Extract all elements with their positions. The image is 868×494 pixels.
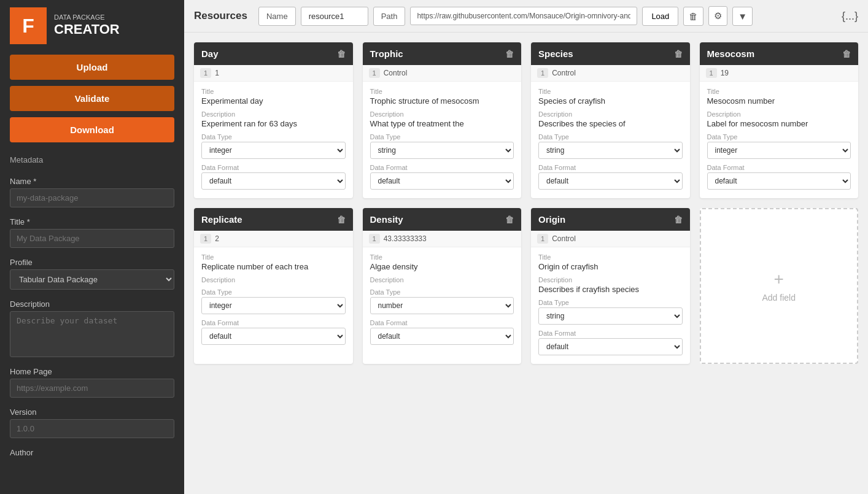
datatype-label-density: Data Type bbox=[370, 288, 514, 296]
download-button[interactable]: Download bbox=[10, 117, 174, 142]
datatype-select-wrap-density: integerstringnumberbooleandatetimedateti… bbox=[370, 297, 514, 314]
add-field-plus-icon: + bbox=[774, 269, 784, 289]
field-card-mesocosm: Mesocosm 🗑 1 19 Title Mesocosm number De… bbox=[700, 42, 859, 198]
datatype-select-density[interactable]: integerstringnumberbooleandatetimedateti… bbox=[370, 297, 514, 314]
field-name-density: Density bbox=[370, 214, 403, 225]
datatype-select-origin[interactable]: integerstringnumberbooleandatetimedateti… bbox=[538, 307, 683, 325]
datatype-select-species[interactable]: integerstringnumberbooleandatetimedateti… bbox=[538, 142, 683, 159]
field-name-mesocosm: Mesocosm bbox=[707, 48, 755, 59]
homepage-label: Home Page bbox=[0, 367, 184, 376]
title-label-density: Title bbox=[370, 253, 514, 261]
preview-val-species: Control bbox=[552, 69, 576, 77]
field-name-origin: Origin bbox=[538, 214, 565, 225]
datatype-select-day[interactable]: integerstringnumberbooleandatetimedateti… bbox=[201, 142, 346, 159]
datatype-select-mesocosm[interactable]: integerstringnumberbooleandatetimedateti… bbox=[707, 142, 851, 159]
title-label-mesocosm: Title bbox=[707, 88, 851, 95]
resource-name-input[interactable] bbox=[301, 7, 368, 26]
title-label: Title * bbox=[0, 217, 184, 226]
delete-field-origin-button[interactable]: 🗑 bbox=[674, 215, 683, 225]
dataformat-select-replicate[interactable]: default bbox=[201, 328, 346, 345]
desc-label-origin: Description bbox=[538, 276, 683, 284]
sidebar: F DATA PACKAGE CREATOR Upload Validate D… bbox=[0, 0, 184, 494]
dataformat-select-trophic[interactable]: default bbox=[370, 172, 514, 190]
title-label-replicate: Title bbox=[201, 253, 346, 261]
datatype-select-wrap-mesocosm: integerstringnumberbooleandatetimedateti… bbox=[707, 142, 851, 159]
delete-field-day-button[interactable]: 🗑 bbox=[337, 49, 346, 59]
delete-field-replicate-button[interactable]: 🗑 bbox=[337, 215, 346, 225]
desc-value-origin: Describes if crayfish species bbox=[538, 285, 683, 294]
field-card-replicate: Replicate 🗑 1 2 Title Replicate number o… bbox=[194, 208, 353, 364]
logo-bottom: CREATOR bbox=[54, 21, 120, 37]
delete-field-mesocosm-button[interactable]: 🗑 bbox=[842, 49, 851, 59]
dataformat-select-day[interactable]: default bbox=[201, 172, 346, 190]
add-field-label: Add field bbox=[762, 293, 796, 303]
field-header-origin: Origin 🗑 bbox=[531, 208, 690, 231]
field-preview-origin: 1 Control bbox=[531, 231, 690, 247]
field-card-origin: Origin 🗑 1 Control Title Origin of crayf… bbox=[531, 208, 690, 364]
profile-select[interactable]: Tabular Data Package bbox=[10, 269, 174, 290]
dataformat-select-mesocosm[interactable]: default bbox=[707, 172, 851, 190]
desc-value-trophic: What type of treatment the bbox=[370, 119, 514, 128]
collapse-button[interactable]: ▼ bbox=[732, 7, 753, 26]
description-textarea[interactable] bbox=[10, 311, 174, 357]
field-body-day: Title Experimental day Description Exper… bbox=[194, 82, 353, 198]
main-area: Resources Name Path Load 🗑 ⚙ ▼ {...} Day… bbox=[184, 0, 868, 494]
delete-field-trophic-button[interactable]: 🗑 bbox=[505, 49, 514, 59]
field-body-species: Title Species of crayfish Description De… bbox=[531, 82, 690, 198]
delete-field-density-button[interactable]: 🗑 bbox=[505, 215, 514, 225]
delete-resource-button[interactable]: 🗑 bbox=[683, 7, 703, 26]
dataformat-select-species[interactable]: default bbox=[538, 172, 683, 190]
desc-label-mesocosm: Description bbox=[707, 110, 851, 118]
datatype-select-replicate[interactable]: integerstringnumberbooleandatetimedateti… bbox=[201, 297, 346, 314]
dataformat-label-species: Data Format bbox=[538, 164, 683, 171]
version-label: Version bbox=[0, 407, 184, 417]
dataformat-label-density: Data Format bbox=[370, 319, 514, 326]
desc-value-mesocosm: Label for mesocosm number bbox=[707, 119, 851, 128]
title-value-day: Experimental day bbox=[201, 96, 346, 106]
field-name-replicate: Replicate bbox=[201, 214, 242, 225]
field-body-replicate: Title Replicate number of each trea Desc… bbox=[194, 247, 353, 353]
field-card-density: Density 🗑 1 43.33333333 Title Algae dens… bbox=[363, 208, 522, 364]
field-preview-density: 1 43.33333333 bbox=[363, 231, 522, 247]
field-header-density: Density 🗑 bbox=[363, 208, 522, 231]
dataformat-select-density[interactable]: default bbox=[370, 328, 514, 345]
preview-num-replicate: 1 bbox=[200, 234, 211, 244]
settings-button[interactable]: ⚙ bbox=[708, 6, 727, 26]
field-body-trophic: Title Trophic structure of mesocosm Desc… bbox=[363, 82, 522, 198]
validate-button[interactable]: Validate bbox=[10, 86, 174, 111]
field-preview-trophic: 1 Control bbox=[363, 65, 522, 82]
load-button[interactable]: Load bbox=[642, 7, 678, 26]
upload-button[interactable]: Upload bbox=[10, 55, 174, 80]
datatype-label-replicate: Data Type bbox=[201, 288, 346, 296]
datatype-select-wrap-origin: integerstringnumberbooleandatetimedateti… bbox=[538, 307, 683, 325]
dataformat-select-wrap-trophic: default bbox=[370, 172, 514, 190]
desc-label-species: Description bbox=[538, 110, 683, 118]
field-preview-species: 1 Control bbox=[531, 65, 690, 82]
title-label-origin: Title bbox=[538, 253, 683, 261]
delete-field-species-button[interactable]: 🗑 bbox=[674, 49, 683, 59]
add-field-button[interactable]: + Add field bbox=[700, 208, 859, 364]
preview-val-replicate: 2 bbox=[215, 234, 219, 243]
datatype-label-day: Data Type bbox=[201, 133, 346, 141]
preview-num-species: 1 bbox=[537, 68, 548, 78]
name-input[interactable] bbox=[10, 188, 174, 207]
homepage-input[interactable] bbox=[10, 379, 174, 398]
profile-select-wrap: Tabular Data Package bbox=[10, 269, 174, 290]
dataformat-select-wrap-day: default bbox=[201, 172, 346, 190]
logo-text: DATA PACKAGE CREATOR bbox=[54, 14, 120, 38]
version-input[interactable] bbox=[10, 419, 174, 438]
datatype-select-trophic[interactable]: integerstringnumberbooleandatetimedateti… bbox=[370, 142, 514, 159]
field-body-origin: Title Origin of crayfish Description Des… bbox=[531, 247, 690, 364]
desc-label-replicate: Description bbox=[201, 276, 346, 284]
preview-val-origin: Control bbox=[552, 234, 576, 243]
field-header-mesocosm: Mesocosm 🗑 bbox=[700, 42, 859, 65]
dataformat-label-mesocosm: Data Format bbox=[707, 164, 851, 171]
resource-path-input[interactable] bbox=[410, 7, 637, 25]
datatype-select-wrap-replicate: integerstringnumberbooleandatetimedateti… bbox=[201, 297, 346, 314]
profile-label: Profile bbox=[0, 258, 184, 267]
title-input[interactable] bbox=[10, 229, 174, 248]
preview-num-origin: 1 bbox=[537, 234, 548, 244]
path-label-box: Path bbox=[373, 7, 406, 26]
dataformat-select-origin[interactable]: default bbox=[538, 338, 683, 355]
field-header-replicate: Replicate 🗑 bbox=[194, 208, 353, 231]
